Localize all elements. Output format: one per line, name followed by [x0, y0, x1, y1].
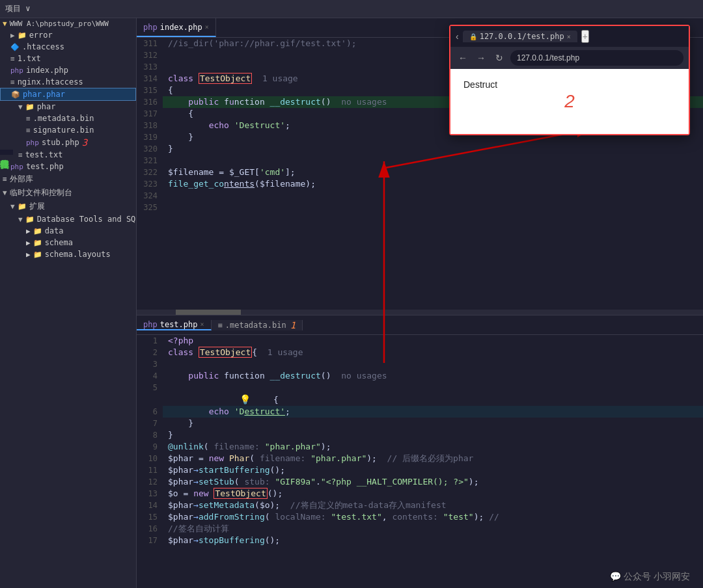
folder-icon: 📁	[25, 215, 34, 224]
wechat-icon: 💬	[610, 571, 621, 581]
sidebar-item-www[interactable]: ▼ WWW A:\phpstudy_pro\WWW	[0, 18, 136, 29]
sidebar-label-phar: phar	[37, 102, 56, 111]
sidebar-label-error: error	[29, 31, 53, 40]
bottom-line-13: 13 $o = new TestObject();	[137, 488, 703, 500]
sidebar-item-htaccess[interactable]: 🔷 .htaccess	[0, 41, 136, 53]
sidebar-label-schema: schema	[45, 238, 73, 247]
php-icon: php	[143, 320, 158, 329]
bottom-line-10: 10 $phar = new Phar( filename: "phar.pha…	[137, 453, 703, 464]
address-bar[interactable]	[510, 50, 683, 66]
sidebar-label-schemalayouts: schema.layouts	[45, 250, 111, 259]
folder-icon: 📁	[33, 250, 42, 259]
sidebar-item-phar-folder[interactable]: ▼ 📁 phar	[0, 101, 136, 113]
sidebar-label-pharphar: phar.phar	[23, 90, 65, 99]
folder-icon: 📁	[33, 227, 42, 235]
php-icon: php	[10, 163, 23, 171]
sidebar: ▼ WWW A:\phpstudy_pro\WWW ▶ 📁 error 🔷 .h…	[0, 18, 137, 588]
bottom-line-15: 15 $phar→addFromString( localName: "test…	[137, 511, 703, 523]
bottom-line-2: 2 class TestObject{ 1 usage	[137, 347, 703, 358]
sidebar-label-htaccess: .htaccess	[22, 42, 64, 51]
sidebar-item-1txt[interactable]: ≡ 1.txt	[0, 53, 136, 64]
sidebar-label-stubphp: stub.php	[42, 138, 79, 147]
sidebar-label-testphp: test.php	[26, 162, 64, 171]
side-chinese-text: 我很安静着你有休	[0, 150, 13, 155]
sidebar-item-schemalayouts[interactable]: ▶ 📁 schema.layouts	[0, 248, 136, 260]
back-button[interactable]: ←	[456, 51, 470, 65]
browser-annotation-2: 2	[564, 91, 575, 112]
chevron-icon: ▶	[26, 239, 31, 247]
file-icon: ≡	[10, 78, 15, 87]
phar-icon: 📦	[11, 90, 20, 99]
scroll-thumb[interactable]	[176, 310, 241, 315]
code-line-323: 323 file_get_contents($filename);	[137, 178, 703, 190]
chevron-icon: ▼	[3, 189, 7, 197]
bottom-line-9: 9 @unlink( filename: "phar.phar");	[137, 441, 703, 453]
bottom-editor: php test.php × ≡ .metadata.bin 1 1 <?php	[137, 315, 703, 588]
sidebar-item-dbtools[interactable]: ▼ 📁 Database Tools and SQL	[0, 213, 136, 225]
sidebar-item-data[interactable]: ▶ 📁 data	[0, 225, 136, 237]
bottom-line-4: 4 public function __destruct() no usages	[137, 370, 703, 382]
sidebar-item-error[interactable]: ▶ 📁 error	[0, 29, 136, 41]
sidebar-item-testphp[interactable]: php test.php	[0, 161, 136, 172]
chevron-icon: ▼	[10, 202, 15, 211]
file-icon: ≡	[10, 55, 15, 63]
browser-active-tab[interactable]: 🔒 127.0.0.1/test.php ×	[463, 31, 577, 42]
file-icon: ≡	[18, 151, 23, 159]
code-line-324: 324	[137, 190, 703, 202]
sidebar-item-stubphp[interactable]: php stub.php 3	[0, 136, 136, 149]
sidebar-label-metadatabin: .metadata.bin	[33, 114, 94, 123]
bottom-line-7: 7 }	[137, 418, 703, 429]
sidebar-item-nginx[interactable]: ≡ nginx.htaccess	[0, 76, 136, 88]
tab-testphp[interactable]: php test.php ×	[137, 320, 212, 330]
sidebar-label-expand: 扩展	[29, 201, 45, 212]
refresh-button[interactable]: ↻	[492, 51, 506, 65]
sidebar-item-indexphp[interactable]: php index.php	[0, 64, 136, 76]
code-line-321: 321	[137, 155, 703, 167]
sidebar-label-www: WWW A:\phpstudy_pro\WWW	[10, 20, 109, 28]
bottom-code-editor: 1 <?php 2 class TestObject{ 1 usage 3 4	[137, 335, 703, 588]
browser-back-btn[interactable]: ‹	[456, 31, 459, 42]
browser-window: ‹ 🔒 127.0.0.1/test.php × + ← → ↻	[449, 25, 690, 135]
bottom-line-1: 1 <?php	[137, 335, 703, 347]
sidebar-item-tempfiles[interactable]: ▼ 临时文件和控制台	[0, 186, 136, 200]
sidebar-item-external[interactable]: ≡ 外部库	[0, 172, 136, 186]
scrollbar-horizontal[interactable]	[137, 310, 703, 315]
bottom-editor-tabs: php test.php × ≡ .metadata.bin 1	[137, 315, 703, 335]
sidebar-label-signaturebin: signature.bin	[33, 126, 94, 135]
sidebar-item-schema[interactable]: ▶ 📁 schema	[0, 237, 136, 248]
new-tab-button[interactable]: +	[581, 30, 589, 43]
folder-icon: 📁	[33, 239, 42, 247]
sidebar-label-external: 外部库	[10, 174, 33, 185]
sidebar-item-expand[interactable]: ▼ 📁 扩展	[0, 200, 136, 213]
sidebar-item-testtxt[interactable]: ≡ test.txt	[0, 149, 136, 161]
bottom-line-5: 5 💡 {	[137, 382, 703, 406]
tab-metadatabin[interactable]: ≡ .metadata.bin 1	[212, 320, 303, 330]
tab-label-metadatabin: .metadata.bin	[225, 321, 286, 330]
sidebar-label-indexphp: index.php	[26, 66, 68, 75]
folder-icon: ▼	[3, 20, 7, 28]
sidebar-label-testtxt: test.txt	[25, 150, 63, 159]
chevron-icon: ≡	[3, 175, 7, 183]
sidebar-label-tempfiles: 临时文件和控制台	[10, 187, 72, 198]
sidebar-label-1txt: 1.txt	[18, 54, 41, 63]
sidebar-item-metadatabin[interactable]: ≡ .metadata.bin	[0, 113, 136, 124]
browser-tab-bar: ‹ 🔒 127.0.0.1/test.php × +	[450, 26, 689, 47]
tab-close-testphp[interactable]: ×	[200, 321, 204, 328]
file-icon: ≡	[26, 114, 31, 123]
chevron-icon: ▼	[18, 215, 23, 224]
tab-close-browser[interactable]: ×	[567, 33, 571, 40]
bottom-line-6: 6 echo 'Destruct';	[137, 406, 703, 418]
bottom-line-8: 8 }	[137, 429, 703, 441]
sidebar-item-signaturebin[interactable]: ≡ signature.bin	[0, 124, 136, 136]
php-icon: php	[143, 23, 158, 32]
folder-icon: 📁	[18, 202, 27, 211]
bottom-line-3: 3	[137, 358, 703, 370]
sidebar-item-pharphar[interactable]: 📦 phar.phar	[0, 88, 136, 101]
code-line-320: 320 }	[137, 143, 703, 155]
tab-close-button[interactable]: ×	[205, 23, 209, 31]
browser-destruct-text: Destruct	[463, 79, 676, 90]
secure-icon: 🔒	[469, 33, 477, 40]
forward-button[interactable]: →	[474, 51, 488, 65]
tab-indexphp[interactable]: php index.php ×	[137, 18, 216, 37]
project-label[interactable]: 项目 ∨	[5, 3, 30, 14]
